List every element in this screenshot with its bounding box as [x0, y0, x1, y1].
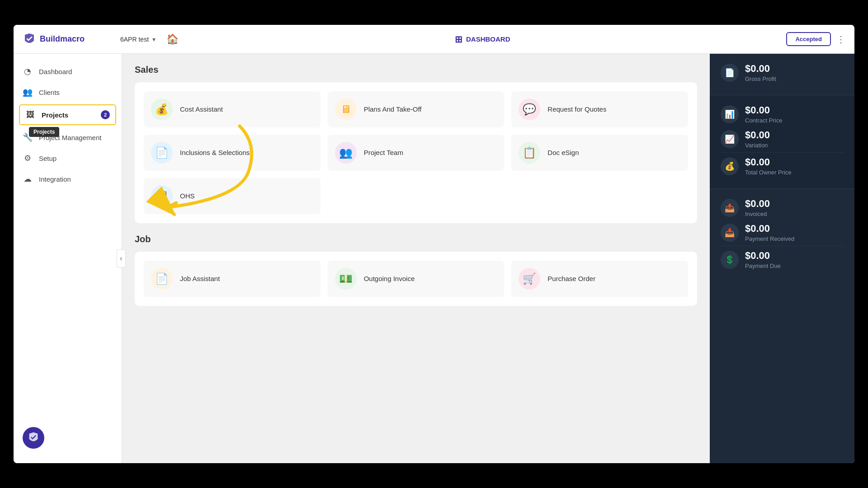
gross-profit-row: 📄 $0.00 Gross Profit [721, 63, 844, 82]
plans-takeoff-icon-wrap: 🖥 [335, 99, 357, 120]
inclusions-label: Inclusions & Selections [180, 148, 250, 157]
card-cost-assistant[interactable]: 💰 Cost Assistant [144, 91, 321, 127]
cost-assistant-label: Cost Assistant [180, 105, 223, 114]
projects-icon: 🖼 [25, 110, 35, 120]
accepted-button[interactable]: Accepted [786, 32, 831, 46]
job-assistant-icon: 📄 [155, 272, 169, 285]
more-options-icon[interactable]: ⋮ [836, 34, 845, 45]
sidebar-item-clients[interactable]: 👥 Clients [14, 82, 122, 103]
invoiced-label: Invoiced [745, 211, 770, 217]
payment-due-row: 💲 $0.00 Payment Due [721, 250, 844, 269]
payment-due-label: Payment Due [745, 263, 781, 269]
inclusions-icon-wrap: 📄 [151, 142, 173, 164]
dashboard-icon: ⊞ [455, 34, 462, 45]
card-inclusions-selections[interactable]: 📄 Inclusions & Selections [144, 135, 321, 171]
job-cards-grid: 📄 Job Assistant 💵 Outgoing Invoice [144, 261, 688, 297]
main-content: Sales 💰 Cost Assistant [122, 54, 710, 463]
header: Buildmacro 6APR test ▾ 🏠 ⊞ DASHBOARD Acc… [14, 25, 854, 54]
sidebar-label-integration: Integration [39, 175, 71, 183]
clients-icon: 👥 [23, 87, 33, 97]
ohs-icon: 📋 [155, 190, 169, 202]
inclusions-icon: 📄 [155, 146, 169, 159]
job-assistant-icon-wrap: 📄 [151, 268, 173, 290]
doc-esign-icon-wrap: 📋 [519, 142, 540, 164]
outgoing-invoice-label: Outgoing Invoice [364, 274, 415, 283]
dashboard-nav[interactable]: ⊞ DASHBOARD [455, 34, 510, 45]
job-grid: 📄 Job Assistant 💵 Outgoing Invoice [135, 252, 697, 306]
invoiced-row: 📤 $0.00 Invoiced [721, 198, 844, 217]
projects-tooltip: Projects [29, 127, 59, 137]
sidebar-item-projects[interactable]: 🖼 Projects 2 Projects [19, 104, 116, 125]
variation-icon: 📈 [721, 130, 739, 148]
projects-badge: 2 [101, 110, 110, 119]
invoiced-icon: 📤 [721, 199, 739, 217]
home-icon[interactable]: 🏠 [166, 33, 179, 45]
contract-price-label: Contract Price [745, 117, 782, 124]
sales-cards-grid: 💰 Cost Assistant 🖥 Plans And Take-Off [144, 91, 688, 214]
purchase-order-icon: 🛒 [523, 272, 536, 285]
invoiced-value: $0.00 [745, 198, 770, 210]
header-actions: Accepted ⋮ [786, 32, 845, 46]
stat-block-gross-profit: 📄 $0.00 Gross Profit [710, 54, 854, 95]
card-doc-esign[interactable]: 📋 Doc eSign [511, 135, 688, 171]
card-ohs[interactable]: 📋 OHS [144, 178, 321, 214]
sidebar-item-dashboard[interactable]: ◔ Dashboard [14, 61, 122, 82]
plans-takeoff-label: Plans And Take-Off [364, 105, 422, 114]
stat-block-contract: 📊 $0.00 Contract Price 📈 $0.00 Variation [710, 95, 854, 189]
total-owner-price-info: $0.00 Total Owner Price [745, 156, 792, 176]
sales-grid: 💰 Cost Assistant 🖥 Plans And Take-Off [135, 82, 697, 223]
job-title: Job [135, 234, 697, 244]
variation-row: 📈 $0.00 Variation [721, 129, 844, 149]
ohs-icon-wrap: 📋 [151, 185, 173, 207]
gross-profit-icon: 📄 [721, 64, 739, 82]
contract-price-info: $0.00 Contract Price [745, 104, 782, 124]
job-section: Job 📄 Job Assistant 💵 [135, 234, 697, 306]
cost-assistant-icon-wrap: 💰 [151, 99, 173, 120]
card-job-assistant[interactable]: 📄 Job Assistant [144, 261, 321, 297]
payment-received-value: $0.00 [745, 223, 794, 235]
variation-info: $0.00 Variation [745, 129, 770, 149]
project-team-label: Project Team [364, 148, 403, 157]
contract-price-icon: 📊 [721, 105, 739, 123]
stat-divider-1 [721, 152, 844, 153]
total-owner-price-label: Total Owner Price [745, 169, 792, 176]
right-panel: 📄 $0.00 Gross Profit 📊 $0.00 Contract Pr… [710, 54, 854, 463]
dashboard-label: DASHBOARD [466, 35, 510, 43]
project-team-icon: 👥 [339, 146, 353, 159]
chevron-down-icon: ▾ [152, 36, 156, 43]
total-owner-price-icon: 💰 [721, 157, 739, 175]
sidebar-label-projects: Projects [42, 111, 68, 119]
setup-icon: ⚙ [23, 153, 33, 163]
card-project-team[interactable]: 👥 Project Team [328, 135, 505, 171]
outgoing-invoice-icon-wrap: 💵 [335, 268, 357, 290]
job-assistant-label: Job Assistant [180, 274, 220, 283]
gross-profit-info: $0.00 Gross Profit [745, 63, 776, 82]
project-selector[interactable]: 6APR test ▾ [120, 36, 156, 43]
card-plans-takeoff[interactable]: 🖥 Plans And Take-Off [328, 91, 505, 127]
payment-received-info: $0.00 Payment Received [745, 223, 794, 242]
sidebar-item-integration[interactable]: ☁ Integration [14, 169, 122, 189]
request-quotes-icon-wrap: 💬 [519, 99, 540, 120]
total-owner-price-row: 💰 $0.00 Total Owner Price [721, 156, 844, 176]
sidebar-item-setup[interactable]: ⚙ Setup [14, 148, 122, 169]
plans-takeoff-icon: 🖥 [340, 103, 351, 116]
app-name: Buildmacro [40, 34, 85, 44]
total-owner-price-value: $0.00 [745, 156, 792, 168]
card-outgoing-invoice[interactable]: 💵 Outgoing Invoice [328, 261, 505, 297]
payment-received-row: 📥 $0.00 Payment Received [721, 223, 844, 242]
sales-title: Sales [135, 65, 697, 75]
card-purchase-order[interactable]: 🛒 Purchase Order [511, 261, 688, 297]
dashboard-nav-icon: ◔ [23, 66, 33, 76]
logo-icon [23, 33, 36, 46]
contract-price-row: 📊 $0.00 Contract Price [721, 104, 844, 124]
purchase-order-icon-wrap: 🛒 [519, 268, 540, 290]
contract-price-value: $0.00 [745, 104, 782, 116]
body: ◔ Dashboard 👥 Clients 🖼 Projects 2 Proje… [14, 54, 854, 463]
purchase-order-label: Purchase Order [547, 274, 595, 283]
sidebar-collapse-button[interactable]: ‹ [117, 249, 126, 267]
card-request-quotes[interactable]: 💬 Request for Quotes [511, 91, 688, 127]
doc-esign-label: Doc eSign [547, 148, 579, 157]
request-quotes-icon: 💬 [523, 103, 536, 116]
invoiced-info: $0.00 Invoiced [745, 198, 770, 217]
gross-profit-label: Gross Profit [745, 75, 776, 82]
